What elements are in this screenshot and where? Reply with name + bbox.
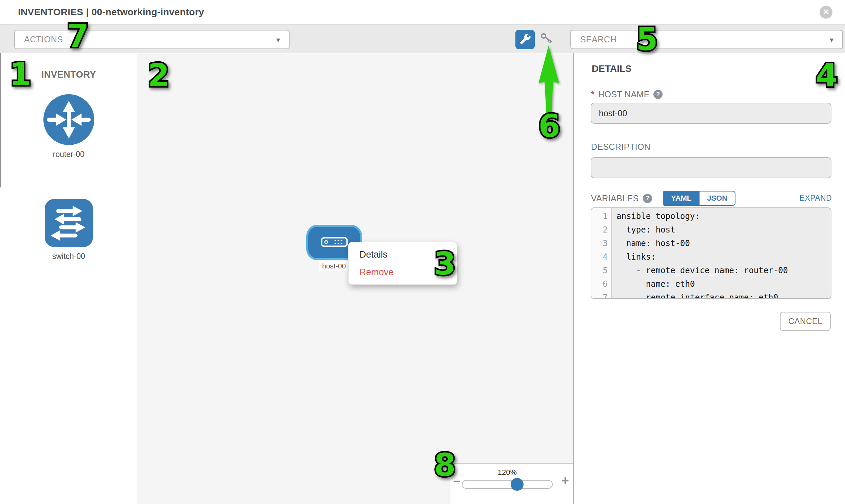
window-header: INVENTORIES | 00-networking-inventory × [0, 0, 845, 24]
host-name-label: HOST NAME [598, 89, 650, 99]
chevron-down-icon: ▾ [276, 36, 280, 44]
variables-code-editor[interactable]: 1 ansible_topology: 2 type: host 3 name:… [591, 208, 831, 299]
toolbar: ACTIONS ▾ SEARCH ▾ [0, 24, 845, 53]
code-line: 5 - remote_device_name: router-00 [592, 264, 831, 277]
host-icon [321, 237, 348, 249]
code-editor-lines: 1 ansible_topology: 2 type: host 3 name:… [592, 210, 831, 299]
code-line: 3 name: host-00 [592, 237, 831, 250]
actions-dropdown-label: ACTIONS [24, 35, 63, 44]
expand-link[interactable]: EXPAND [799, 194, 832, 203]
code-line: 1 ansible_topology: [592, 210, 831, 223]
host-name-label-row: * HOST NAME ? [591, 89, 663, 100]
code-line: 6 name: eth0 [592, 277, 831, 291]
wrench-icon [520, 33, 531, 46]
host-name-input[interactable] [591, 103, 831, 124]
code-line: 4 links: [592, 250, 831, 264]
host-node-label: host-00 [319, 261, 349, 271]
cancel-button[interactable]: CANCEL [780, 312, 831, 331]
zoom-in-icon[interactable]: + [562, 473, 569, 488]
annotation-2: 2 [148, 57, 170, 93]
zoom-slider-handle[interactable] [511, 478, 524, 491]
search-dropdown[interactable]: SEARCH ▾ [570, 30, 843, 49]
zoom-control-panel: 120% − + [450, 463, 573, 504]
inventory-palette-sidebar: INVENTORY router-00 [0, 53, 137, 504]
annotation-7: 7 [67, 18, 89, 54]
toggle-toolbox-button[interactable] [515, 30, 535, 49]
description-label-row: DESCRIPTION [591, 142, 650, 152]
details-panel: DETAILS * HOST NAME ? DESCRIPTION VARIAB… [574, 53, 845, 504]
annotation-1: 1 [10, 56, 31, 92]
palette-item-router[interactable]: router-00 [0, 94, 137, 159]
help-icon[interactable]: ? [653, 90, 663, 99]
close-icon[interactable]: × [820, 6, 832, 19]
chevron-down-icon: ▾ [830, 36, 833, 44]
variables-format-toggle: YAML JSON [663, 191, 736, 206]
router-icon [43, 94, 94, 145]
code-line: 2 type: host [592, 223, 831, 237]
palette-item-switch[interactable]: switch-00 [0, 199, 137, 261]
description-input[interactable] [591, 157, 831, 178]
variables-row: VARIABLES ? YAML JSON EXPAND [591, 190, 832, 206]
actions-dropdown[interactable]: ACTIONS ▾ [14, 30, 289, 49]
annotation-5: 5 [636, 21, 658, 58]
variables-label: VARIABLES [591, 194, 639, 203]
format-toggle-yaml[interactable]: YAML [663, 191, 700, 206]
annotation-6: 6 [539, 108, 560, 144]
annotation-4: 4 [816, 57, 838, 93]
annotation-8: 8 [434, 447, 456, 483]
zoom-level-value: 120% [462, 468, 553, 477]
palette-item-label: router-00 [0, 150, 137, 159]
page-title: INVENTORIES | 00-networking-inventory [18, 7, 204, 18]
required-asterisk: * [591, 89, 594, 100]
details-panel-title: DETAILS [592, 64, 632, 74]
zoom-slider[interactable] [462, 480, 553, 489]
code-line: 7 remote_interface_name: eth0 [592, 291, 831, 299]
annotation-3: 3 [434, 246, 456, 282]
format-toggle-json[interactable]: JSON [700, 191, 736, 206]
palette-item-label: switch-00 [0, 252, 137, 261]
switch-icon [45, 199, 93, 247]
help-icon[interactable]: ? [643, 194, 652, 203]
search-dropdown-label: SEARCH [580, 35, 616, 44]
inventory-palette-title: INVENTORY [41, 70, 96, 80]
description-label: DESCRIPTION [591, 142, 650, 152]
topology-canvas[interactable]: host-00 Details Remove 120% − + [137, 53, 574, 504]
